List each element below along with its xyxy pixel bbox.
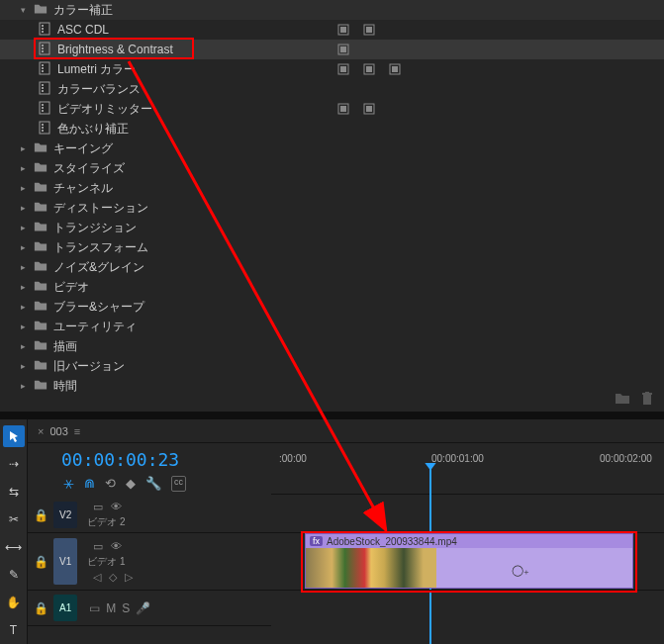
- eye-icon[interactable]: 👁: [111, 540, 122, 553]
- folder-icon: [34, 239, 47, 256]
- chevron-right-icon: ▸: [18, 262, 28, 272]
- panel-footer: [605, 388, 664, 412]
- effects-group[interactable]: ▸ ディストーション: [0, 198, 664, 218]
- snap-icon[interactable]: ⚹: [63, 476, 74, 492]
- next-keyframe-icon[interactable]: ▷: [125, 571, 133, 584]
- type-tool[interactable]: T: [3, 619, 25, 641]
- timecode-display[interactable]: 00:00:00:23: [61, 449, 261, 470]
- cc-icon[interactable]: cc: [171, 476, 186, 492]
- effect-label: ASC CDL: [57, 23, 109, 37]
- svg-rect-10: [42, 47, 44, 49]
- prev-keyframe-icon[interactable]: ◁: [93, 571, 101, 584]
- trash-icon[interactable]: [640, 392, 654, 408]
- selection-tool[interactable]: [3, 425, 25, 447]
- effects-group[interactable]: ▸ ブラー&シャープ: [0, 297, 664, 317]
- effect-item[interactable]: Lumetri カラー: [0, 59, 664, 79]
- accelerator-icon: [336, 102, 350, 116]
- track-header-v2[interactable]: 🔒 V2 ▭ 👁 ビデオ 2: [28, 498, 271, 533]
- drop-cursor-icon: ◯₊: [512, 564, 529, 577]
- effects-group[interactable]: ▸ スタイライズ: [0, 158, 664, 178]
- effects-group[interactable]: ▸ チャンネル: [0, 178, 664, 198]
- track-badge[interactable]: V2: [53, 502, 77, 528]
- new-bin-icon[interactable]: [615, 392, 630, 408]
- preset-icon: [38, 61, 51, 78]
- effects-group[interactable]: ▸ トランスフォーム: [0, 237, 664, 257]
- lock-icon[interactable]: 🔒: [34, 555, 47, 569]
- folder-icon: [34, 378, 47, 395]
- chevron-right-icon: ▸: [18, 282, 28, 292]
- sync-lock-icon[interactable]: ▭: [93, 501, 103, 513]
- effects-group-label: チャンネル: [53, 180, 113, 197]
- track-badge[interactable]: A1: [53, 595, 77, 621]
- svg-rect-8: [40, 43, 49, 54]
- sequence-tab[interactable]: × 003 ≡: [28, 419, 664, 443]
- effects-group[interactable]: ▸ 時間: [0, 376, 664, 396]
- effects-group-label: キーイング: [53, 140, 113, 157]
- effects-group[interactable]: ▸ 旧バージョン: [0, 356, 664, 376]
- sequence-name: 003: [49, 425, 67, 437]
- effect-item[interactable]: ASC CDL: [0, 20, 664, 40]
- effects-group-label: トランジション: [53, 220, 137, 236]
- effects-group[interactable]: ▸ 描画: [0, 336, 664, 356]
- effects-group[interactable]: ▸ キーイング: [0, 138, 664, 158]
- effects-panel: ▾ カラー補正 ASC CDL Brightness & Contrast Lu…: [0, 0, 664, 412]
- razor-tool[interactable]: ✂: [3, 508, 25, 530]
- voice-icon[interactable]: 🎤: [136, 601, 150, 615]
- effects-group[interactable]: ▸ トランジション: [0, 218, 664, 237]
- eye-icon[interactable]: 👁: [111, 501, 122, 513]
- effect-item[interactable]: 色かぶり補正: [0, 119, 664, 138]
- video-clip[interactable]: fx AdobeStock_200933844.mp4 ◯₊: [305, 533, 633, 589]
- effects-group[interactable]: ▸ ノイズ&グレイン: [0, 257, 664, 277]
- svg-rect-13: [340, 46, 346, 52]
- effects-group-label: ビデオ: [53, 279, 89, 296]
- svg-rect-31: [42, 110, 44, 112]
- folder-icon: [34, 259, 47, 276]
- chevron-right-icon: ▸: [18, 143, 28, 153]
- keyframe-icon[interactable]: ◇: [109, 571, 117, 584]
- lock-icon[interactable]: 🔒: [34, 601, 47, 615]
- folder-icon: [34, 180, 47, 197]
- marker-icon[interactable]: ◆: [126, 476, 136, 492]
- solo-button[interactable]: S: [122, 601, 130, 615]
- track-name: ビデオ 2: [87, 515, 125, 529]
- effect-item[interactable]: Brightness & Contrast: [0, 40, 664, 59]
- effects-group[interactable]: ▸ ビデオ: [0, 277, 664, 297]
- effect-item[interactable]: カラーバランス: [0, 79, 664, 99]
- svg-rect-26: [42, 87, 44, 89]
- pen-tool[interactable]: ✎: [3, 564, 25, 586]
- svg-rect-0: [40, 23, 49, 35]
- svg-rect-29: [42, 104, 44, 106]
- svg-rect-14: [40, 62, 49, 74]
- close-tab-icon[interactable]: ×: [38, 425, 44, 437]
- chevron-right-icon: ▸: [18, 302, 28, 312]
- linked-selection-icon[interactable]: ⟲: [105, 476, 116, 492]
- track-header-a1[interactable]: 🔒 A1 ▭ M S 🎤: [28, 591, 271, 626]
- effects-group[interactable]: ▸ ユーティリティ: [0, 317, 664, 336]
- effects-group-color-correction[interactable]: ▾ カラー補正: [0, 0, 664, 20]
- magnet-icon[interactable]: ⋒: [84, 476, 95, 492]
- wrench-icon[interactable]: 🔧: [145, 476, 161, 492]
- sync-lock-icon[interactable]: ▭: [89, 601, 100, 615]
- panel-menu-icon[interactable]: ≡: [74, 425, 80, 437]
- mute-button[interactable]: M: [106, 601, 116, 615]
- svg-rect-16: [42, 67, 44, 69]
- fx-badge[interactable]: fx: [310, 536, 323, 546]
- track-content-area[interactable]: fx AdobeStock_200933844.mp4 ◯₊: [271, 498, 664, 626]
- time-ruler[interactable]: :00:00 00:00:01:00 00:00:02:00: [271, 447, 664, 495]
- folder-icon: [34, 299, 47, 316]
- effects-group-label: スタイライズ: [53, 160, 125, 177]
- timeline-panel: ⇢ ⇆ ✂ ⟷ ✎ ✋ T × 003 ≡ 00:00:00:23 ⚹ ⋒ ⟲ …: [0, 419, 664, 644]
- effect-item[interactable]: ビデオリミッター: [0, 99, 664, 119]
- sync-lock-icon[interactable]: ▭: [93, 540, 103, 553]
- effects-group-label: トランスフォーム: [53, 239, 148, 256]
- hand-tool[interactable]: ✋: [3, 592, 25, 613]
- slip-tool[interactable]: ⟷: [3, 536, 25, 558]
- folder-icon: [34, 200, 47, 217]
- timeline-control-icons: ⚹ ⋒ ⟲ ◆ 🔧 cc: [63, 476, 261, 492]
- svg-rect-36: [40, 122, 49, 134]
- lock-icon[interactable]: 🔒: [34, 508, 47, 522]
- track-select-tool[interactable]: ⇢: [3, 453, 25, 475]
- ripple-edit-tool[interactable]: ⇆: [3, 481, 25, 503]
- track-header-v1[interactable]: 🔒 V1 ▭ 👁 ビデオ 1 ◁ ◇ ▷: [28, 533, 271, 591]
- track-badge[interactable]: V1: [53, 538, 77, 585]
